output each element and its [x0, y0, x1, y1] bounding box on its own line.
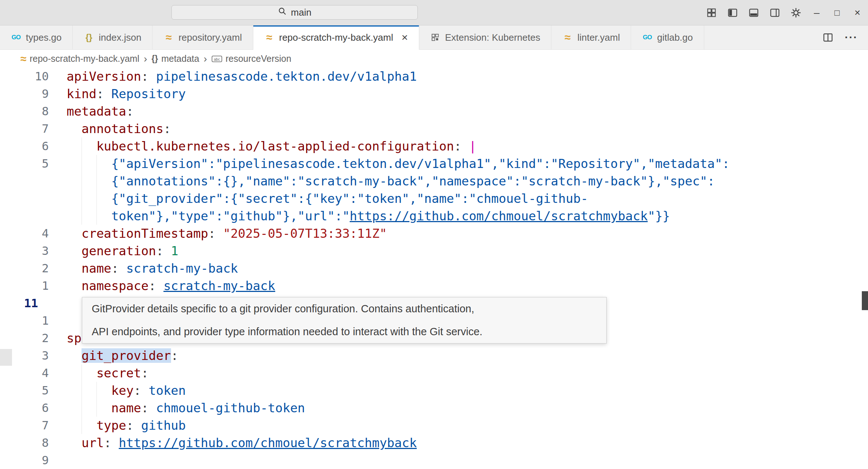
line-number[interactable]: 1 [0, 312, 49, 329]
tab-repo-scratch-my-back.yaml[interactable]: ≈repo-scratch-my-back.yaml× [253, 25, 419, 50]
more-actions-icon[interactable]: ··· [845, 31, 858, 44]
editor[interactable]: 10apiVersion: pipelinesascode.tekton.dev… [0, 68, 868, 469]
line-number[interactable]: 6 [0, 399, 49, 417]
tab-gitlab.go[interactable]: GOgitlab.go [631, 25, 704, 49]
code-line[interactable]: 5 {"apiVersion":"pipelinesascode.tekton.… [0, 155, 868, 172]
vscode-window: main [0, 0, 868, 469]
line-number[interactable]: 7 [0, 120, 49, 137]
customize-layout-icon[interactable] [706, 7, 717, 19]
code-line[interactable]: 2 name: scratch-my-back [0, 260, 868, 277]
tab-linter.yaml[interactable]: ≈linter.yaml [551, 25, 631, 49]
line-number[interactable]: 6 [0, 137, 49, 155]
line-content: annotations: [67, 120, 868, 137]
line-content: {"annotations":{},"name":"scratch-my-bac… [67, 172, 868, 190]
line-content: kubectl.kubernetes.io/last-applied-confi… [67, 137, 868, 155]
line-content: token"},"type":"github"},"url":"https://… [67, 207, 868, 225]
tab-bar: GOtypes.go{}index.json≈repository.yaml≈r… [0, 25, 868, 50]
line-number[interactable] [0, 172, 49, 190]
minimize-button[interactable]: – [811, 0, 822, 25]
tab-extension-kubernetes[interactable]: Extension: Kubernetes [419, 25, 552, 49]
line-number[interactable]: 5 [0, 155, 49, 172]
code-line[interactable]: 9kind: Repository [0, 85, 868, 103]
close-window-button[interactable]: × [852, 0, 863, 25]
code-line[interactable]: 6 kubectl.kubernetes.io/last-applied-con… [0, 137, 868, 155]
code-line[interactable]: 6 name: chmouel-github-token [0, 399, 868, 417]
yaml-symbol-icon: ≈ [20, 55, 26, 63]
indent-guide [82, 399, 82, 417]
code-line[interactable]: 5 key: token [0, 382, 868, 399]
toggle-panel-icon[interactable] [748, 7, 760, 19]
line-content: key: token [67, 382, 868, 399]
line-content: name: chmouel-github-token [67, 399, 868, 417]
line-number[interactable]: 8 [0, 434, 49, 452]
breadcrumb: ≈repo-scratch-my-back.yaml›{}metadata›ab… [0, 50, 868, 68]
breadcrumb-separator: › [199, 53, 211, 65]
tab-index.json[interactable]: {}index.json [73, 25, 152, 49]
indent-guide [82, 137, 82, 155]
tab-label: repo-scratch-my-back.yaml [279, 32, 393, 43]
tab-types.go[interactable]: GOtypes.go [0, 25, 73, 49]
code-line[interactable]: {"git_provider":{"secret":{"key":"token"… [0, 190, 868, 207]
line-content: namespace: scratch-my-back [67, 277, 868, 294]
line-number[interactable]: 2 [0, 260, 49, 277]
code-line[interactable]: 8 url: https://github.com/chmouel/scratc… [0, 434, 868, 452]
json-file-icon: {} [84, 32, 94, 43]
settings-gear-icon[interactable] [790, 7, 802, 19]
code-line[interactable]: 7 annotations: [0, 120, 868, 137]
line-content: secret: [67, 364, 868, 382]
maximize-button[interactable]: □ [832, 0, 843, 25]
code-line[interactable]: 3 git_provider: [0, 347, 868, 364]
ext-file-icon [430, 33, 440, 42]
indent-guide [82, 207, 82, 225]
code-line[interactable]: 7 type: github [0, 417, 868, 434]
tab-repository.yaml[interactable]: ≈repository.yaml [152, 25, 253, 49]
line-number[interactable]: 2 [0, 329, 49, 347]
indent-guide [96, 382, 97, 399]
indent-guide [96, 172, 97, 190]
split-editor-icon[interactable] [822, 32, 834, 43]
line-content: {"apiVersion":"pipelinesascode.tekton.de… [67, 155, 868, 172]
command-center-search[interactable]: main [171, 5, 418, 20]
code-line[interactable]: 9 [0, 452, 868, 469]
code-line[interactable]: token"},"type":"github"},"url":"https://… [0, 207, 868, 225]
breadcrumb-label: metadata [161, 53, 199, 64]
breadcrumb-item-repo-scratch-my-back.yaml[interactable]: ≈repo-scratch-my-back.yaml [20, 53, 139, 64]
line-number[interactable] [0, 190, 49, 207]
toggle-secondary-sidebar-icon[interactable] [769, 7, 781, 19]
line-content: apiVersion: pipelinesascode.tekton.dev/v… [67, 68, 868, 85]
line-number[interactable]: 8 [0, 103, 49, 120]
code-line[interactable]: 8metadata: [0, 103, 868, 120]
line-number[interactable]: 10 [0, 68, 49, 85]
line-number[interactable]: 5 [0, 382, 49, 399]
line-number[interactable]: 7 [0, 417, 49, 434]
toggle-primary-sidebar-icon[interactable] [727, 7, 738, 19]
code-line[interactable]: 4 secret: [0, 364, 868, 382]
code-line[interactable]: 10apiVersion: pipelinesascode.tekton.dev… [0, 68, 868, 85]
yaml-file-icon: ≈ [562, 34, 572, 41]
breadcrumb-label: resourceVersion [226, 53, 292, 64]
active-line-number[interactable]: 11 [0, 294, 49, 312]
line-number[interactable] [0, 207, 49, 225]
indent-guide [82, 155, 82, 172]
line-number[interactable]: 9 [0, 85, 49, 103]
line-number[interactable]: 4 [0, 364, 49, 382]
scrollbar-marker[interactable] [862, 291, 868, 310]
command-center-value: main [291, 7, 311, 18]
line-number[interactable]: 9 [0, 452, 49, 469]
svg-text:abc: abc [214, 57, 220, 61]
line-number[interactable]: 4 [0, 225, 49, 242]
breadcrumb-item-metadata[interactable]: {}metadata [151, 53, 199, 64]
line-number[interactable]: 1 [0, 277, 49, 294]
code-line[interactable]: 1 namespace: scratch-my-back [0, 277, 868, 294]
go-file-icon: GO [11, 34, 21, 41]
breadcrumb-item-resourceversion[interactable]: abcresourceVersion [211, 53, 292, 64]
line-number[interactable]: 3 [0, 242, 49, 260]
tab-label: index.json [99, 32, 141, 43]
code-line[interactable]: {"annotations":{},"name":"scratch-my-bac… [0, 172, 868, 190]
code-line[interactable]: 3 generation: 1 [0, 242, 868, 260]
title-bar: main [0, 0, 868, 25]
code-line[interactable]: 4 creationTimestamp: "2025-05-07T13:33:1… [0, 225, 868, 242]
close-tab-icon[interactable]: × [401, 32, 408, 43]
object-symbol-icon: {} [151, 54, 158, 64]
line-content [67, 452, 868, 469]
